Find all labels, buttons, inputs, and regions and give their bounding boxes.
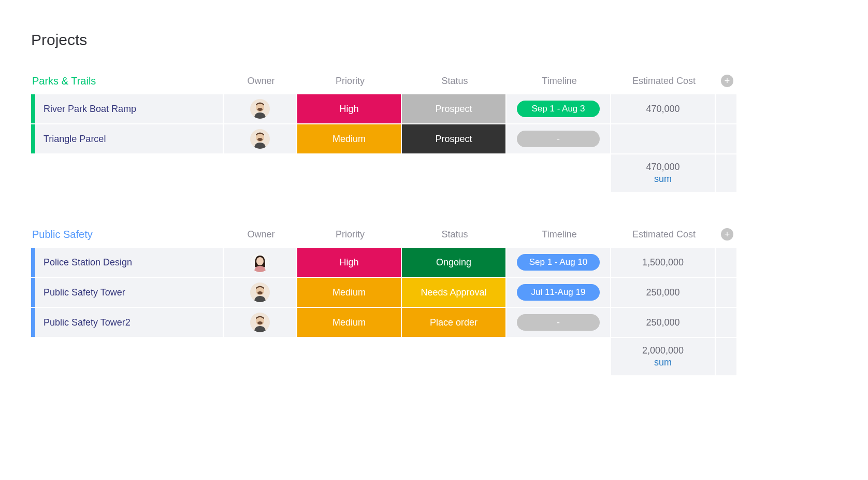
status-cell[interactable]: Ongoing	[402, 248, 505, 277]
row-trailing-cell	[716, 278, 736, 307]
group-title[interactable]: Parks & Trails	[32, 75, 224, 87]
priority-cell[interactable]: Medium	[297, 278, 401, 307]
row-trailing-cell	[716, 248, 736, 277]
group-header: Parks & TrailsOwnerPriorityStatusTimelin…	[31, 75, 837, 87]
group-footer: 470,000sum	[31, 154, 837, 192]
row-trailing-cell	[716, 124, 736, 153]
column-header[interactable]: Timeline	[508, 229, 611, 240]
sum-value: 2,000,000	[642, 345, 684, 356]
cost-cell[interactable]: 250,000	[611, 278, 715, 307]
priority-cell[interactable]: Medium	[297, 308, 401, 337]
owner-cell[interactable]	[224, 308, 296, 337]
group: Parks & TrailsOwnerPriorityStatusTimelin…	[31, 75, 837, 192]
timeline-pill: Jul 11-Aug 19	[517, 284, 600, 301]
timeline-pill: Sep 1 - Aug 3	[517, 101, 600, 117]
add-column-button[interactable]: +	[721, 228, 733, 241]
avatar[interactable]	[250, 252, 270, 272]
item-name-cell[interactable]: Triangle Parcel	[31, 124, 223, 153]
table-row[interactable]: Public Safety Tower2MediumPlace order-25…	[31, 308, 837, 337]
timeline-pill: Sep 1 - Aug 10	[517, 254, 600, 271]
column-header[interactable]: Status	[403, 229, 507, 240]
item-name-cell[interactable]: Public Safety Tower2	[31, 308, 223, 337]
add-column-button[interactable]: +	[721, 75, 733, 87]
timeline-cell[interactable]: Sep 1 - Aug 3	[507, 94, 610, 123]
status-cell[interactable]: Prospect	[402, 124, 505, 153]
column-header[interactable]: Status	[403, 76, 507, 87]
group: Public SafetyOwnerPriorityStatusTimeline…	[31, 228, 837, 375]
owner-cell[interactable]	[224, 278, 296, 307]
owner-cell[interactable]	[224, 94, 296, 123]
table-row[interactable]: Public Safety TowerMediumNeeds ApprovalJ…	[31, 278, 837, 307]
timeline-cell[interactable]: -	[507, 124, 610, 153]
owner-cell[interactable]	[224, 124, 296, 153]
column-header[interactable]: Priority	[298, 229, 402, 240]
priority-cell[interactable]: Medium	[297, 124, 401, 153]
cost-cell[interactable]: 250,000	[611, 308, 715, 337]
column-header[interactable]: Estimated Cost	[612, 76, 716, 87]
sum-label: sum	[654, 174, 672, 185]
column-header[interactable]: Estimated Cost	[612, 229, 716, 240]
item-name: Triangle Parcel	[44, 134, 106, 145]
sum-cell: 470,000sum	[611, 154, 715, 192]
column-header[interactable]: Owner	[225, 229, 297, 240]
footer-trailing-cell	[716, 154, 736, 192]
timeline-cell[interactable]: Jul 11-Aug 19	[507, 278, 610, 307]
priority-cell[interactable]: High	[297, 94, 401, 123]
priority-cell[interactable]: High	[297, 248, 401, 277]
column-header[interactable]: Priority	[298, 76, 402, 87]
avatar[interactable]	[250, 129, 270, 149]
footer-trailing-cell	[716, 338, 736, 375]
row-trailing-cell	[716, 94, 736, 123]
owner-cell[interactable]	[224, 248, 296, 277]
avatar[interactable]	[250, 313, 270, 332]
item-name: Public Safety Tower	[44, 287, 125, 298]
sum-value: 470,000	[646, 162, 679, 173]
table-row[interactable]: River Park Boat RampHighProspectSep 1 - …	[31, 94, 837, 123]
group-header: Public SafetyOwnerPriorityStatusTimeline…	[31, 228, 837, 241]
column-header[interactable]: Owner	[225, 76, 297, 87]
item-name-cell[interactable]: Police Station Design	[31, 248, 223, 277]
timeline-pill: -	[517, 314, 600, 331]
item-name: Public Safety Tower2	[44, 317, 131, 328]
plus-icon: +	[725, 76, 730, 86]
plus-icon: +	[725, 230, 730, 239]
cost-cell[interactable]: 470,000	[611, 94, 715, 123]
cost-cell[interactable]: 1,500,000	[611, 248, 715, 277]
column-header[interactable]: Timeline	[508, 76, 611, 87]
item-name: River Park Boat Ramp	[44, 104, 136, 115]
avatar[interactable]	[250, 283, 270, 302]
status-cell[interactable]: Prospect	[402, 94, 505, 123]
group-title[interactable]: Public Safety	[32, 229, 224, 241]
sum-cell: 2,000,000sum	[611, 338, 715, 375]
timeline-cell[interactable]: Sep 1 - Aug 10	[507, 248, 610, 277]
sum-label: sum	[654, 357, 672, 368]
cost-cell[interactable]	[611, 124, 715, 153]
status-cell[interactable]: Place order	[402, 308, 505, 337]
table-row[interactable]: Triangle ParcelMediumProspect-	[31, 124, 837, 153]
row-trailing-cell	[716, 308, 736, 337]
item-name-cell[interactable]: River Park Boat Ramp	[31, 94, 223, 123]
status-cell[interactable]: Needs Approval	[402, 278, 505, 307]
item-name: Police Station Design	[44, 257, 132, 268]
avatar[interactable]	[250, 99, 270, 119]
table-row[interactable]: Police Station DesignHighOngoingSep 1 - …	[31, 248, 837, 277]
timeline-pill: -	[517, 131, 600, 147]
item-name-cell[interactable]: Public Safety Tower	[31, 278, 223, 307]
timeline-cell[interactable]: -	[507, 308, 610, 337]
page-title: Projects	[31, 31, 837, 49]
group-footer: 2,000,000sum	[31, 338, 837, 375]
